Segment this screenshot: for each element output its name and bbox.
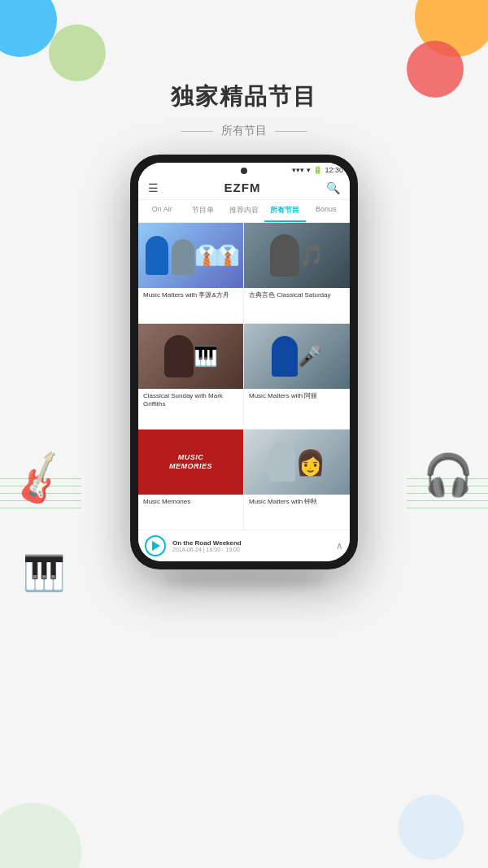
program-image-2 xyxy=(244,223,350,288)
phone-wrapper: ▾▾▾ ▾ 🔋 12:30 ☰ EZFM 🔍 On Air 节目单 推荐内容 所… xyxy=(0,155,488,589)
programs-grid: Music Matters with 李源&方舟 古典言色 Classical … xyxy=(138,223,350,530)
people-silhouette xyxy=(146,236,194,275)
now-playing-bar[interactable]: On the Road Weekend 2018-06-24 | 18:00 -… xyxy=(138,530,350,561)
program-label-3: Classical Sunday with Mark Griffiths xyxy=(138,389,243,412)
grid-item-music-matters-ali[interactable]: Music Matters with 阿丽 xyxy=(244,324,350,430)
program-image-5: MUSIC MEMORIES xyxy=(138,430,243,495)
grid-item-music-memories[interactable]: MUSIC MEMORIES Music Memories xyxy=(138,430,244,530)
program-image-4 xyxy=(244,324,350,389)
play-triangle-icon xyxy=(152,541,160,551)
program-label-4: Music Matters with 阿丽 xyxy=(244,389,350,407)
program-image-3 xyxy=(138,324,243,389)
woman-silhouette-light xyxy=(269,443,295,482)
man-silhouette-bw xyxy=(270,234,299,277)
tab-all-programs[interactable]: 所有节目 xyxy=(264,200,305,222)
man-silhouette-red xyxy=(164,335,194,377)
woman-silhouette-blue xyxy=(272,336,298,377)
status-time: 12:30 xyxy=(325,166,343,174)
phone-camera xyxy=(241,168,247,174)
battery-icon: 🔋 xyxy=(313,166,322,174)
now-playing-title: On the Road Weekend xyxy=(172,539,329,547)
grid-item-classical-sunday[interactable]: Classical Sunday with Mark Griffiths xyxy=(138,324,244,430)
phone-shadow xyxy=(163,573,325,589)
tab-bonus[interactable]: Bonus xyxy=(306,200,346,222)
app-header: ☰ EZFM 🔍 xyxy=(138,176,350,200)
deco-circle-tr-red xyxy=(407,41,464,98)
menu-icon[interactable]: ☰ xyxy=(148,181,159,194)
grid-item-classical-saturday[interactable]: 古典言色 Classical Saturday xyxy=(244,223,350,324)
phone-screen: ▾▾▾ ▾ 🔋 12:30 ☰ EZFM 🔍 On Air 节目单 推荐内容 所… xyxy=(138,163,350,561)
deco-circle-bottom-left xyxy=(0,803,81,868)
wifi-icon: ▾ xyxy=(307,166,311,174)
music-memories-text: MUSIC MEMORIES xyxy=(169,453,212,472)
now-playing-info: On the Road Weekend 2018-06-24 | 18:00 -… xyxy=(172,539,329,552)
app-title: EZFM xyxy=(224,181,261,194)
deco-circle-tl-green xyxy=(49,24,106,81)
grid-item-music-matters-1[interactable]: Music Matters with 李源&方舟 xyxy=(138,223,244,324)
deco-circle-bottom-right xyxy=(399,795,464,860)
piano-icon: 🎹 xyxy=(23,553,65,593)
program-image-1 xyxy=(138,223,243,288)
headphone-icon: 🎧 xyxy=(423,451,473,499)
phone-mockup: ▾▾▾ ▾ 🔋 12:30 ☰ EZFM 🔍 On Air 节目单 推荐内容 所… xyxy=(130,155,358,569)
program-image-6 xyxy=(244,430,350,495)
tab-on-air[interactable]: On Air xyxy=(142,200,182,222)
expand-icon[interactable]: ∧ xyxy=(336,540,343,552)
music-memories-line1: MUSIC xyxy=(169,453,212,463)
program-label-5: Music Memories xyxy=(138,495,243,513)
search-icon[interactable]: 🔍 xyxy=(326,181,340,194)
program-label-6: Music Matters with 钟秋 xyxy=(244,495,350,513)
page-subtitle: 所有节目 xyxy=(0,124,488,138)
tab-bar: On Air 节目单 推荐内容 所有节目 Bonus xyxy=(138,200,350,223)
now-playing-datetime: 2018-06-24 | 18:00 - 19:00 xyxy=(172,547,329,552)
music-memories-line2: MEMORIES xyxy=(169,462,212,472)
signal-icon: ▾▾▾ xyxy=(292,166,304,174)
grid-item-music-matters-zhong[interactable]: Music Matters with 钟秋 xyxy=(244,430,350,530)
tab-schedule[interactable]: 节目单 xyxy=(182,200,223,222)
play-button[interactable] xyxy=(145,535,166,556)
program-label-1: Music Matters with 李源&方舟 xyxy=(138,288,243,306)
program-label-2: 古典言色 Classical Saturday xyxy=(244,288,350,306)
tab-recommended[interactable]: 推荐内容 xyxy=(224,200,264,222)
